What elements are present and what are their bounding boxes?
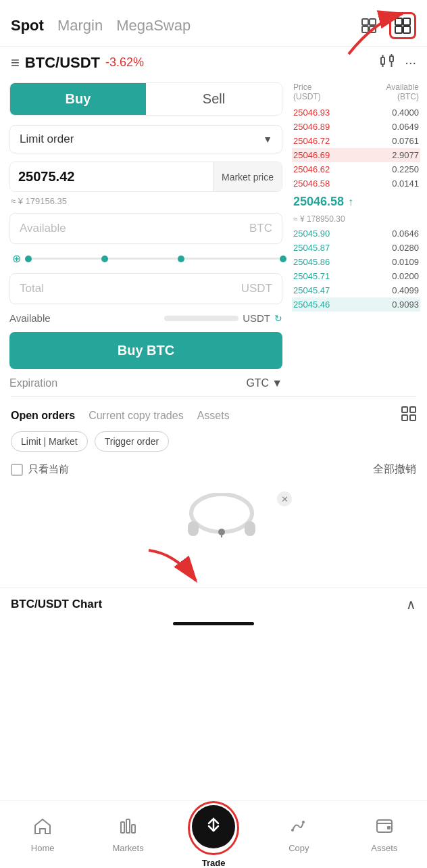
chart-label-row: BTC/USDT Chart ∧ xyxy=(0,587,427,618)
candlestick-icon[interactable] xyxy=(379,53,395,72)
sell-order-row[interactable]: 25046.89 0.0649 xyxy=(292,120,420,134)
tab-margin[interactable]: Margin xyxy=(57,17,103,34)
buy-order-row[interactable]: 25045.90 0.0646 xyxy=(292,226,420,241)
tab-open-orders[interactable]: Open orders xyxy=(11,410,75,422)
svg-rect-20 xyxy=(188,521,199,536)
pair-icons: ··· xyxy=(379,53,416,72)
sell-price-6: 25046.58 xyxy=(293,178,330,189)
home-icon xyxy=(33,817,52,840)
sell-orders: 25046.93 0.4000 25046.89 0.0649 25046.72… xyxy=(292,105,420,191)
buy-order-row[interactable]: 25045.71 0.0200 xyxy=(292,269,420,283)
copy-icon xyxy=(289,817,308,840)
buy-btc-button[interactable]: Buy BTC xyxy=(9,332,282,369)
gtc-value: GTC xyxy=(246,377,269,389)
order-tab-icon[interactable] xyxy=(401,406,416,425)
order-tabs-row: Open orders Current copy trades Assets xyxy=(11,397,416,431)
slider-dot-4 xyxy=(280,256,286,262)
mid-price: 25046.58 xyxy=(293,195,344,209)
market-price-button[interactable]: Market price xyxy=(213,162,282,191)
nav-trade[interactable]: Trade xyxy=(171,794,256,868)
sell-price-5: 25046.62 xyxy=(293,164,330,174)
svg-rect-0 xyxy=(362,19,368,25)
home-indicator xyxy=(173,622,254,625)
header: Spot Margin MegaSwap xyxy=(0,0,427,47)
hamburger-icon[interactable]: ≡ xyxy=(11,54,20,72)
sell-price-3: 25046.72 xyxy=(293,136,330,146)
svg-rect-25 xyxy=(121,822,124,833)
cancel-all-button[interactable]: 全部撤销 xyxy=(373,462,416,477)
headphone-graphic xyxy=(181,493,262,543)
gtc-select[interactable]: GTC ▼ xyxy=(246,377,282,389)
buy-orders: 25045.90 0.0646 25045.87 0.0280 25045.86… xyxy=(292,226,420,312)
buy-order-row-highlighted[interactable]: 25045.46 0.9093 xyxy=(292,297,420,312)
filter-tab-trigger[interactable]: Trigger order xyxy=(95,431,169,452)
order-type-label: Limit order xyxy=(20,132,74,146)
svg-rect-5 xyxy=(403,18,410,25)
nav-markets[interactable]: Markets xyxy=(85,810,170,860)
available-usdt-row: Available USDT ↻ xyxy=(9,312,282,324)
close-icon[interactable]: ✕ xyxy=(277,491,292,506)
buy-price-2: 25045.87 xyxy=(293,243,330,253)
ob-price-header: Price (USDT) xyxy=(293,82,321,101)
orderbook-header: Price (USDT) Available (BTC) xyxy=(292,82,420,101)
slider-dot-2 xyxy=(101,256,108,262)
main-content: Buy Sell Limit order ▼ Market price ≈ ¥ … xyxy=(0,76,427,396)
sell-order-row[interactable]: 25046.93 0.4000 xyxy=(292,105,420,120)
arrow-down-container xyxy=(0,547,427,587)
slider-row[interactable]: ⊕ xyxy=(9,252,282,265)
buy-price-1: 25045.90 xyxy=(293,228,330,239)
filter-tab-limit-market[interactable]: Limit | Market xyxy=(11,431,88,452)
sell-order-row[interactable]: 25046.58 0.0141 xyxy=(292,176,420,191)
buy-amount-4: 0.0200 xyxy=(392,271,419,281)
slider-track[interactable] xyxy=(25,258,280,260)
tab-assets[interactable]: Assets xyxy=(197,410,230,422)
sell-order-row[interactable]: 25046.72 0.0761 xyxy=(292,134,420,148)
sell-price-4: 25046.69 xyxy=(293,150,330,160)
more-icon[interactable]: ··· xyxy=(405,55,416,70)
show-current-row: 只看当前 全部撤销 xyxy=(11,460,416,479)
nav-home[interactable]: Home xyxy=(0,810,85,860)
svg-rect-27 xyxy=(132,825,135,833)
mid-price-row: 25046.58 ↑ xyxy=(292,191,420,213)
total-label: Total xyxy=(20,282,44,295)
buy-amount-6: 0.9093 xyxy=(392,299,419,310)
nav-copy[interactable]: Copy xyxy=(256,810,341,860)
layout-icon-button[interactable] xyxy=(355,12,382,39)
tab-megaswap[interactable]: MegaSwap xyxy=(116,17,191,34)
svg-point-30 xyxy=(302,821,305,823)
buy-order-row[interactable]: 25045.47 0.4099 xyxy=(292,283,420,297)
svg-rect-6 xyxy=(395,26,402,33)
pair-name[interactable]: BTC/USDT xyxy=(25,54,100,72)
avail-usdt-currency: USDT xyxy=(243,312,270,324)
mid-price-arrow-icon: ↑ xyxy=(348,196,353,208)
nav-assets[interactable]: Assets xyxy=(342,810,427,860)
right-panel: Price (USDT) Available (BTC) 25046.93 0.… xyxy=(292,82,427,389)
usdt-bar xyxy=(164,316,238,321)
buy-price-3: 25045.86 xyxy=(293,257,330,267)
buy-price-6: 25045.46 xyxy=(293,299,330,310)
sell-order-row[interactable]: 25046.62 0.2250 xyxy=(292,162,420,176)
buy-amount-2: 0.0280 xyxy=(392,243,419,253)
available-btc-row: Available BTC xyxy=(9,213,282,244)
chart-collapse-icon[interactable]: ∧ xyxy=(406,596,416,612)
tab-spot[interactable]: Spot xyxy=(11,17,44,34)
pair-change: -3.62% xyxy=(105,55,144,70)
only-current-checkbox[interactable] xyxy=(11,464,23,476)
buy-order-row[interactable]: 25045.87 0.0280 xyxy=(292,241,420,255)
available-label: Available xyxy=(20,222,66,235)
tab-copy-trades[interactable]: Current copy trades xyxy=(89,410,184,422)
sell-amount-5: 0.2250 xyxy=(392,164,419,174)
buy-amount-5: 0.4099 xyxy=(392,285,419,295)
expiration-label: Expiration xyxy=(9,377,57,389)
usdt-transfer-icon[interactable]: ↻ xyxy=(274,313,282,324)
sell-tab[interactable]: Sell xyxy=(146,83,282,115)
grid-icon-button[interactable] xyxy=(389,12,416,39)
header-tabs: Spot Margin MegaSwap xyxy=(11,17,355,34)
order-type-select[interactable]: Limit order ▼ xyxy=(9,125,282,153)
buy-tab[interactable]: Buy xyxy=(10,83,146,115)
buy-order-row[interactable]: 25045.86 0.0109 xyxy=(292,255,420,269)
svg-rect-7 xyxy=(403,26,410,33)
sell-amount-3: 0.0761 xyxy=(392,136,419,146)
price-input[interactable] xyxy=(10,162,213,191)
sell-order-row-highlighted[interactable]: 25046.69 2.9077 xyxy=(292,148,420,162)
